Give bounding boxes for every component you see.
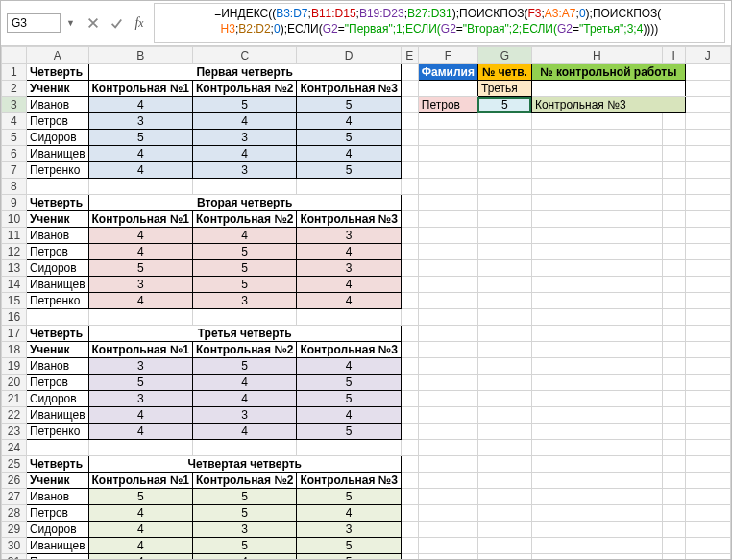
cell-B12[interactable]: 4 — [88, 244, 192, 260]
cell-G26[interactable] — [477, 473, 531, 489]
row-header[interactable]: 27 — [2, 489, 27, 505]
cell-F18[interactable] — [418, 342, 477, 358]
cell-I25[interactable] — [662, 456, 685, 473]
col-header-F[interactable]: F — [418, 47, 477, 64]
cell-B30[interactable]: 4 — [88, 538, 192, 554]
cell-D26[interactable]: Контрольная №3 — [297, 473, 401, 489]
cell-E27[interactable] — [401, 489, 418, 505]
cell-J10[interactable] — [685, 211, 730, 228]
row-header[interactable]: 11 — [2, 228, 27, 244]
cell-D29[interactable]: 3 — [297, 522, 401, 538]
cell-A18[interactable]: Ученик — [26, 342, 88, 358]
cell-F20[interactable] — [418, 375, 477, 391]
cell-H19[interactable] — [531, 358, 662, 375]
cell-I26[interactable] — [662, 473, 685, 489]
cell-H1[interactable]: № контрольной работы — [531, 64, 685, 81]
cell-A25[interactable]: Четверть — [26, 456, 88, 473]
cell-H20[interactable] — [531, 375, 662, 391]
cell-I29[interactable] — [662, 522, 685, 538]
cell-B22[interactable]: 4 — [88, 407, 192, 424]
cell-J13[interactable] — [685, 260, 730, 277]
cell-D6[interactable]: 4 — [297, 146, 401, 162]
cell-E5[interactable] — [401, 130, 418, 146]
cell-G8[interactable] — [477, 179, 531, 195]
cell-B8[interactable] — [88, 179, 192, 195]
cell-E28[interactable] — [401, 505, 418, 522]
cell-C2[interactable]: Контрольная №2 — [192, 81, 296, 97]
cell-D8[interactable] — [297, 179, 401, 195]
cell-D11[interactable]: 3 — [297, 228, 401, 244]
cell-A14[interactable]: Иванищев — [26, 277, 88, 293]
cell-I22[interactable] — [662, 407, 685, 424]
cell-D22[interactable]: 4 — [297, 407, 401, 424]
cell-H2[interactable] — [531, 81, 685, 97]
row-header[interactable]: 26 — [2, 473, 27, 489]
row-header[interactable]: 16 — [2, 309, 27, 326]
cell-J3[interactable] — [685, 97, 730, 113]
cell-C14[interactable]: 5 — [192, 277, 296, 293]
cell-J20[interactable] — [685, 375, 730, 391]
cell-G5[interactable] — [477, 130, 531, 146]
cell-B14[interactable]: 3 — [88, 277, 192, 293]
cell-F29[interactable] — [418, 522, 477, 538]
cell-A29[interactable]: Сидоров — [26, 522, 88, 538]
cell-D12[interactable]: 4 — [297, 244, 401, 260]
cell-F11[interactable] — [418, 228, 477, 244]
col-header-E[interactable]: E — [401, 47, 418, 64]
cell-F25[interactable] — [418, 456, 477, 473]
row-header[interactable]: 8 — [2, 179, 27, 195]
cell-H31[interactable] — [531, 554, 662, 560]
cell-C20[interactable]: 4 — [192, 375, 296, 391]
cell-C7[interactable]: 3 — [192, 162, 296, 179]
cell-B18[interactable]: Контрольная №1 — [88, 342, 192, 358]
cell-C29[interactable]: 3 — [192, 522, 296, 538]
cell-I19[interactable] — [662, 358, 685, 375]
cell-C13[interactable]: 5 — [192, 260, 296, 277]
cell-B21[interactable]: 3 — [88, 391, 192, 407]
cell-D5[interactable]: 5 — [297, 130, 401, 146]
cell-H9[interactable] — [531, 195, 662, 211]
cell-G11[interactable] — [477, 228, 531, 244]
cell-G20[interactable] — [477, 375, 531, 391]
cell-E20[interactable] — [401, 375, 418, 391]
cell-B3[interactable]: 4 — [88, 97, 192, 113]
worksheet-grid[interactable]: ABCDEFGHIJ1ЧетвертьПервая четвертьФамили… — [1, 46, 731, 559]
row-header[interactable]: 10 — [2, 211, 27, 228]
cell-G28[interactable] — [477, 505, 531, 522]
cell-J25[interactable] — [685, 456, 730, 473]
cell-G17[interactable] — [477, 326, 531, 342]
cell-I16[interactable] — [662, 309, 685, 326]
cell-E29[interactable] — [401, 522, 418, 538]
cell-B24[interactable] — [88, 440, 192, 456]
cell-B25[interactable]: Четвертая четверть — [88, 456, 401, 473]
row-header[interactable]: 30 — [2, 538, 27, 554]
cell-G29[interactable] — [477, 522, 531, 538]
cell-D4[interactable]: 4 — [297, 113, 401, 130]
row-header[interactable]: 5 — [2, 130, 27, 146]
cell-E17[interactable] — [401, 326, 418, 342]
cell-A19[interactable]: Иванов — [26, 358, 88, 375]
cell-D19[interactable]: 4 — [297, 358, 401, 375]
cell-H17[interactable] — [531, 326, 662, 342]
cell-G27[interactable] — [477, 489, 531, 505]
row-header[interactable]: 12 — [2, 244, 27, 260]
cell-I14[interactable] — [662, 277, 685, 293]
cell-G14[interactable] — [477, 277, 531, 293]
row-header[interactable]: 14 — [2, 277, 27, 293]
cell-G1[interactable]: № четв. — [477, 64, 531, 81]
cell-C27[interactable]: 5 — [192, 489, 296, 505]
cell-A4[interactable]: Петров — [26, 113, 88, 130]
cell-J11[interactable] — [685, 228, 730, 244]
cell-D3[interactable]: 5 — [297, 97, 401, 113]
cell-D18[interactable]: Контрольная №3 — [297, 342, 401, 358]
cell-J14[interactable] — [685, 277, 730, 293]
cell-G13[interactable] — [477, 260, 531, 277]
cell-E14[interactable] — [401, 277, 418, 293]
cell-H12[interactable] — [531, 244, 662, 260]
cell-A28[interactable]: Петров — [26, 505, 88, 522]
cell-B29[interactable]: 4 — [88, 522, 192, 538]
cell-F3[interactable]: Петров — [418, 97, 477, 113]
cell-D20[interactable]: 5 — [297, 375, 401, 391]
cell-J22[interactable] — [685, 407, 730, 424]
cell-B17[interactable]: Третья четверть — [88, 326, 401, 342]
